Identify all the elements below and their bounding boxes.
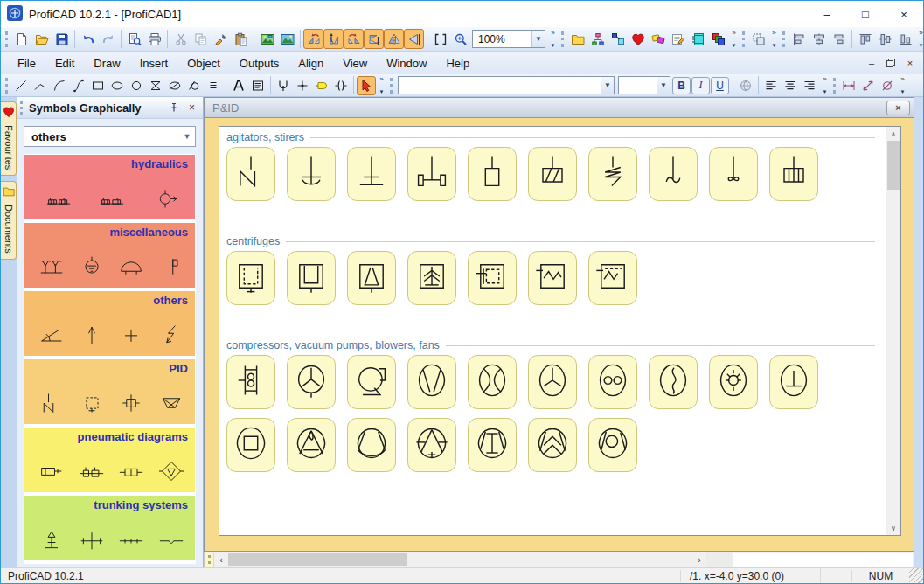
- pn-train-icon[interactable]: [78, 459, 106, 487]
- terminals-button[interactable]: [331, 76, 351, 95]
- special-char-button[interactable]: [736, 76, 755, 95]
- layers-button[interactable]: [708, 29, 728, 49]
- symbol-tile[interactable]: [468, 147, 517, 201]
- panel-close-button[interactable]: ×: [184, 101, 199, 115]
- menu-insert[interactable]: Insert: [130, 53, 178, 73]
- pid-box-icon[interactable]: [78, 391, 106, 419]
- scroll-down-arrow[interactable]: ∨: [886, 521, 900, 535]
- pin-icon[interactable]: [166, 101, 181, 115]
- side-tab-favourites[interactable]: Favourites: [1, 101, 17, 176]
- close-button[interactable]: ×: [885, 1, 923, 27]
- pages-grip[interactable]: [205, 553, 214, 567]
- align-middle-button[interactable]: [875, 29, 895, 49]
- scroll-up-arrow[interactable]: ∧: [886, 127, 900, 141]
- chevron-down-icon[interactable]: ▼: [657, 77, 670, 94]
- line-button[interactable]: [11, 76, 31, 95]
- align-center-button[interactable]: [809, 29, 829, 49]
- undo-button[interactable]: [78, 29, 98, 49]
- dimension-button[interactable]: [839, 76, 858, 95]
- symbol-tile[interactable]: [769, 355, 818, 409]
- align-top-button[interactable]: [855, 29, 875, 49]
- align-bottom-button[interactable]: [895, 29, 915, 49]
- toolbar-overflow-chevron[interactable]: »▼: [898, 75, 907, 96]
- ellipse-button[interactable]: [108, 76, 127, 95]
- parallel-lines-button[interactable]: [204, 76, 223, 95]
- library-button[interactable]: [688, 29, 708, 49]
- symbol-tile[interactable]: [287, 251, 336, 305]
- vertical-scrollbar[interactable]: ∧ ∨: [886, 127, 900, 535]
- symbol-tile[interactable]: [407, 147, 456, 201]
- paste-button[interactable]: [231, 29, 251, 49]
- toolbar-overflow-chevron[interactable]: »▼: [548, 29, 558, 50]
- toolbar-grip[interactable]: [5, 78, 8, 94]
- minimize-button[interactable]: –: [808, 1, 846, 27]
- polyline-button[interactable]: [31, 76, 50, 95]
- symbol-tile[interactable]: [528, 355, 577, 409]
- hourglass-button[interactable]: [146, 76, 165, 95]
- menu-edit[interactable]: Edit: [45, 53, 84, 73]
- pid-zigzag-icon[interactable]: [38, 391, 66, 419]
- symbol-tile[interactable]: [588, 418, 637, 472]
- chevron-down-icon[interactable]: ▼: [531, 31, 545, 47]
- symbol-tile[interactable]: [588, 251, 637, 305]
- hy-track-icon[interactable]: [98, 186, 126, 214]
- symbol-tile[interactable]: [347, 355, 396, 409]
- pn-cyl-icon[interactable]: [38, 459, 66, 487]
- pn-diamond-icon[interactable]: [157, 459, 185, 487]
- underline-button[interactable]: U: [711, 77, 729, 94]
- print-button[interactable]: [144, 29, 164, 49]
- symbol-tile[interactable]: [226, 418, 275, 472]
- tangent-circle-button[interactable]: [184, 76, 204, 95]
- redo-button[interactable]: [98, 29, 118, 49]
- menu-draw[interactable]: Draw: [84, 53, 129, 73]
- document-close-button[interactable]: ×: [886, 101, 910, 115]
- tr-break-icon[interactable]: [157, 527, 185, 555]
- chevron-down-icon[interactable]: ▼: [601, 77, 614, 94]
- crossed-ellipse-button[interactable]: [165, 76, 184, 95]
- mdi-restore-button[interactable]: [881, 55, 900, 71]
- bezier-button[interactable]: [69, 76, 88, 95]
- symbol-tile[interactable]: [588, 147, 637, 201]
- align-text-right-button[interactable]: [800, 76, 819, 95]
- symbol-tile[interactable]: [528, 251, 577, 305]
- symbol-tile[interactable]: [226, 251, 275, 305]
- tr-pole-icon[interactable]: [38, 527, 66, 555]
- text-block-button[interactable]: [248, 76, 267, 95]
- font-family-combo[interactable]: ▼: [398, 76, 615, 94]
- menu-align[interactable]: Align: [288, 53, 333, 73]
- symbol-tile[interactable]: [468, 355, 517, 409]
- label-button[interactable]: [312, 76, 331, 95]
- pid-hopper-icon[interactable]: [157, 391, 185, 419]
- folder-button[interactable]: [567, 29, 587, 49]
- symbol-tile[interactable]: [769, 147, 818, 201]
- toolbar-overflow-chevron[interactable]: »▼: [916, 29, 923, 50]
- vertical-scroll-track[interactable]: [886, 141, 900, 521]
- symbol-tile[interactable]: [347, 147, 396, 201]
- symbol-tile[interactable]: [709, 147, 758, 201]
- ot-plus-icon[interactable]: [117, 323, 145, 351]
- toolbar-overflow-chevron[interactable]: »▼: [820, 75, 830, 96]
- tags-button[interactable]: [648, 29, 668, 49]
- symbol-tile[interactable]: [287, 147, 336, 201]
- move-symbol-button[interactable]: [608, 29, 628, 49]
- edit-image-button[interactable]: [277, 29, 297, 49]
- new-button[interactable]: [11, 29, 31, 49]
- insert-image-button[interactable]: [257, 29, 277, 49]
- symbol-tile[interactable]: [649, 355, 698, 409]
- mdi-minimize-button[interactable]: –: [862, 55, 881, 71]
- font-size-combo[interactable]: ▼: [618, 76, 670, 94]
- toolbar-grip[interactable]: [561, 31, 564, 47]
- zoom-button[interactable]: [450, 29, 470, 49]
- horizontal-scroll-track[interactable]: [228, 553, 692, 567]
- menu-help[interactable]: Help: [436, 53, 479, 73]
- rectangle-button[interactable]: [88, 76, 108, 95]
- vertical-scroll-thumb[interactable]: [887, 141, 900, 190]
- align-left-button[interactable]: [789, 29, 809, 49]
- hy-track-icon[interactable]: [45, 186, 73, 214]
- mirror-horizontal-button[interactable]: [384, 29, 404, 49]
- symbol-tile[interactable]: [347, 251, 396, 305]
- toolbar-overflow-chevron[interactable]: »▼: [377, 75, 386, 96]
- scroll-right-arrow[interactable]: ›: [692, 553, 706, 567]
- mi-flag-icon[interactable]: [157, 254, 185, 282]
- symbol-tile[interactable]: [226, 147, 275, 201]
